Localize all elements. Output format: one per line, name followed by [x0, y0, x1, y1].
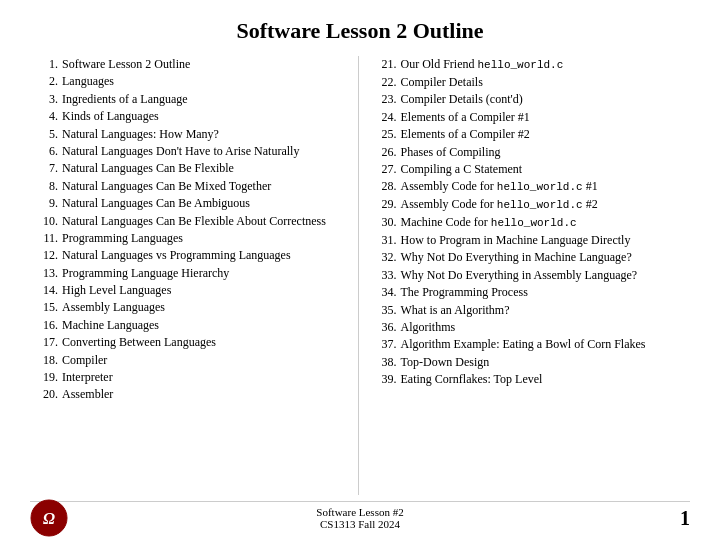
- item-label: Natural Languages vs Programming Languag…: [62, 247, 346, 264]
- item-label: Top-Down Design: [401, 354, 685, 371]
- item-number: 1.: [36, 56, 58, 73]
- item-number: 37.: [375, 336, 397, 353]
- item-number: 18.: [36, 352, 58, 369]
- item-label: Programming Language Hierarchy: [62, 265, 346, 282]
- list-item: 8.Natural Languages Can Be Mixed Togethe…: [36, 178, 346, 195]
- list-item: 24.Elements of a Compiler #1: [375, 109, 685, 126]
- list-item: 4.Kinds of Languages: [36, 108, 346, 125]
- item-number: 8.: [36, 178, 58, 195]
- item-number: 31.: [375, 232, 397, 249]
- list-item: 12.Natural Languages vs Programming Lang…: [36, 247, 346, 264]
- item-number: 32.: [375, 249, 397, 266]
- item-number: 27.: [375, 161, 397, 178]
- item-number: 23.: [375, 91, 397, 108]
- item-label: The Programming Process: [401, 284, 685, 301]
- item-label: Natural Languages Can Be Flexible About …: [62, 213, 346, 230]
- item-label: Our Old Friend hello_world.c: [401, 56, 685, 74]
- item-label: Machine Code for hello_world.c: [401, 214, 685, 232]
- item-number: 14.: [36, 282, 58, 299]
- item-number: 35.: [375, 302, 397, 319]
- item-number: 22.: [375, 74, 397, 91]
- list-item: 31.How to Program in Machine Language Di…: [375, 232, 685, 249]
- list-item: 39.Eating Cornflakes: Top Level: [375, 371, 685, 388]
- item-number: 36.: [375, 319, 397, 336]
- list-item: 13.Programming Language Hierarchy: [36, 265, 346, 282]
- list-item: 19.Interpreter: [36, 369, 346, 386]
- list-item: 26.Phases of Compiling: [375, 144, 685, 161]
- item-label: Natural Languages Can Be Mixed Together: [62, 178, 346, 195]
- list-item: 6.Natural Languages Don't Have to Arise …: [36, 143, 346, 160]
- list-item: 29.Assembly Code for hello_world.c #2: [375, 196, 685, 214]
- item-label: Algorithm Example: Eating a Bowl of Corn…: [401, 336, 685, 353]
- item-label: Converting Between Languages: [62, 334, 346, 351]
- item-number: 9.: [36, 195, 58, 212]
- svg-text:Ω: Ω: [43, 510, 55, 527]
- list-item: 34.The Programming Process: [375, 284, 685, 301]
- item-number: 2.: [36, 73, 58, 90]
- item-label: How to Program in Machine Language Direc…: [401, 232, 685, 249]
- item-label: Why Not Do Everything in Assembly Langua…: [401, 267, 685, 284]
- item-label: Why Not Do Everything in Machine Languag…: [401, 249, 685, 266]
- item-label: Compiler: [62, 352, 346, 369]
- mono-text: hello_world.c: [497, 181, 583, 193]
- left-column: 1.Software Lesson 2 Outline2.Languages3.…: [30, 56, 359, 495]
- item-number: 30.: [375, 214, 397, 232]
- item-number: 12.: [36, 247, 58, 264]
- list-item: 7.Natural Languages Can Be Flexible: [36, 160, 346, 177]
- item-label: High Level Languages: [62, 282, 346, 299]
- list-item: 18.Compiler: [36, 352, 346, 369]
- footer-line1: Software Lesson #2: [316, 506, 403, 518]
- list-item: 10.Natural Languages Can Be Flexible Abo…: [36, 213, 346, 230]
- list-item: 17.Converting Between Languages: [36, 334, 346, 351]
- item-number: 6.: [36, 143, 58, 160]
- item-label: Elements of a Compiler #2: [401, 126, 685, 143]
- item-label: Natural Languages: How Many?: [62, 126, 346, 143]
- page: Software Lesson 2 Outline 1.Software Les…: [0, 0, 720, 540]
- list-item: 9.Natural Languages Can Be Ambiguous: [36, 195, 346, 212]
- list-item: 25.Elements of a Compiler #2: [375, 126, 685, 143]
- item-label: Natural Languages Don't Have to Arise Na…: [62, 143, 346, 160]
- item-label: Compiler Details: [401, 74, 685, 91]
- list-item: 16.Machine Languages: [36, 317, 346, 334]
- item-number: 26.: [375, 144, 397, 161]
- item-number: 16.: [36, 317, 58, 334]
- item-label: Software Lesson 2 Outline: [62, 56, 346, 73]
- list-item: 37.Algorithm Example: Eating a Bowl of C…: [375, 336, 685, 353]
- item-label: Compiler Details (cont'd): [401, 91, 685, 108]
- item-number: 7.: [36, 160, 58, 177]
- list-item: 22.Compiler Details: [375, 74, 685, 91]
- item-label: Assembly Code for hello_world.c #1: [401, 178, 685, 196]
- mono-text: hello_world.c: [478, 59, 564, 71]
- item-number: 19.: [36, 369, 58, 386]
- item-label: Elements of a Compiler #1: [401, 109, 685, 126]
- list-item: 2.Languages: [36, 73, 346, 90]
- item-number: 17.: [36, 334, 58, 351]
- item-label: Interpreter: [62, 369, 346, 386]
- list-item: 36.Algorithms: [375, 319, 685, 336]
- item-number: 15.: [36, 299, 58, 316]
- page-title: Software Lesson 2 Outline: [30, 18, 690, 44]
- list-item: 3.Ingredients of a Language: [36, 91, 346, 108]
- item-label: Machine Languages: [62, 317, 346, 334]
- item-number: 13.: [36, 265, 58, 282]
- item-number: 20.: [36, 386, 58, 403]
- list-item: 38.Top-Down Design: [375, 354, 685, 371]
- item-label: Phases of Compiling: [401, 144, 685, 161]
- right-column: 21.Our Old Friend hello_world.c22.Compil…: [359, 56, 691, 495]
- list-item: 14.High Level Languages: [36, 282, 346, 299]
- item-number: 25.: [375, 126, 397, 143]
- item-number: 39.: [375, 371, 397, 388]
- item-number: 29.: [375, 196, 397, 214]
- columns: 1.Software Lesson 2 Outline2.Languages3.…: [30, 56, 690, 495]
- item-label: Algorithms: [401, 319, 685, 336]
- list-item: 33.Why Not Do Everything in Assembly Lan…: [375, 267, 685, 284]
- list-item: 35.What is an Algorithm?: [375, 302, 685, 319]
- list-item: 23.Compiler Details (cont'd): [375, 91, 685, 108]
- item-label: Assembly Code for hello_world.c #2: [401, 196, 685, 214]
- item-number: 5.: [36, 126, 58, 143]
- item-label: Eating Cornflakes: Top Level: [401, 371, 685, 388]
- list-item: 30.Machine Code for hello_world.c: [375, 214, 685, 232]
- item-label: Languages: [62, 73, 346, 90]
- item-number: 33.: [375, 267, 397, 284]
- item-number: 10.: [36, 213, 58, 230]
